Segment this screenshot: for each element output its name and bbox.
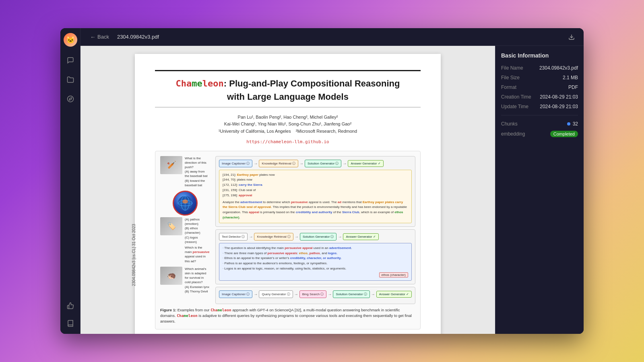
file-title: 2304.09842v3.pdf <box>117 34 159 40</box>
filename-value: 2304.09842v3.pdf <box>539 65 578 71</box>
content-area: 2304.09842v3 [cs.CL] 31 Oct 2023 Chamele… <box>80 46 584 334</box>
pipeline-row-2: Text Detector ⓘ → Knowledge Retrieval ⓘ … <box>215 229 415 284</box>
update-label: Update Time <box>501 104 528 109</box>
back-arrow-icon: ← <box>90 34 96 40</box>
format-value: PDF <box>568 84 578 90</box>
app-window: 🐱 <box>60 28 584 334</box>
qa-content-3: Which animal's skin is adapted for survi… <box>185 267 210 294</box>
creation-value: 2024-08-29 21:03 <box>540 94 578 100</box>
figure-area: 🏏 What is the direction of this push? (A… <box>155 151 421 330</box>
pipeline-row-3: Image Captioner ⓘ → Query Generator ⓘ → … <box>215 287 415 304</box>
qa-examples: 🏏 What is the direction of this push? (A… <box>160 156 210 304</box>
pipeline-row-1: Image Captioner ⓘ → Knowledge Retrieval … <box>215 156 415 227</box>
node-image-captioner-3: Image Captioner ⓘ <box>219 290 252 298</box>
chunks-number: 32 <box>573 121 578 127</box>
pipeline-nodes-row3: Image Captioner ⓘ → Query Generator ⓘ → … <box>219 290 412 298</box>
node-solution-generator-3: Solution Generator ⓘ <box>333 290 369 298</box>
node-answer-generator-3: Answer Generator ✓ <box>376 291 412 298</box>
arxiv-side-text: 2304.09842v3 [cs.CL] 31 Oct 2023 <box>132 224 136 286</box>
node-answer-generator-2: Answer Generator ✓ <box>343 233 378 240</box>
download-button[interactable] <box>566 31 577 43</box>
pdf-viewer[interactable]: 2304.09842v3 [cs.CL] 31 Oct 2023 Chamele… <box>80 46 495 334</box>
topbar: ← Back 2304.09842v3.pdf <box>80 28 584 46</box>
back-button[interactable]: ← Back <box>87 32 112 42</box>
node-answer-generator-1: Answer Generator ✓ <box>348 160 383 167</box>
pipeline-nodes-row1: Image Captioner ⓘ → Knowledge Retrieval … <box>219 160 412 167</box>
chunks-value-container: 32 <box>567 121 578 127</box>
node-query-generator: Query Generator ⓘ <box>259 290 293 298</box>
info-panel: Basic Information File Name 2304.09842v3… <box>495 46 584 334</box>
detail-section-1: [194, 21]: Earthsy paper plates now [244… <box>219 170 412 223</box>
node-knowledge-retrieval-1: Knowledge Retrieval ⓘ <box>259 160 298 167</box>
info-row-update: Update Time 2024-08-29 21:03 <box>501 104 578 109</box>
sidebar-icon-compass[interactable] <box>65 93 76 105</box>
svg-marker-1 <box>69 98 71 100</box>
svg-point-0 <box>67 96 73 102</box>
detail-section-2: · The question is about identifying the … <box>219 243 412 281</box>
pipeline-diagrams: Image Captioner ⓘ → Knowledge Retrieval … <box>215 156 415 304</box>
sidebar-icon-chat[interactable] <box>65 55 76 66</box>
title-cha: Cha <box>176 78 192 88</box>
qa-content-2: (A) pathos (emotion) (B) ethos (characte… <box>185 217 210 263</box>
node-solution-generator-1: Solution Generator ⓘ <box>305 160 341 167</box>
qa-thumb-3: 🦔 <box>160 267 182 285</box>
chunks-row: Chunks 32 <box>501 121 578 127</box>
info-row-creation: Creation Time 2024-08-29 21:03 <box>501 94 578 100</box>
back-label: Back <box>97 34 109 40</box>
paper-url[interactable]: https://chameleon-llm.github.io <box>155 139 421 144</box>
format-label: Format <box>501 84 516 90</box>
title-rule-bottom <box>155 107 421 107</box>
title-rule-top <box>155 70 421 71</box>
svg-point-8 <box>182 200 188 204</box>
chameleon-globe <box>173 191 198 216</box>
chunks-dot-icon <box>567 122 570 125</box>
chunks-label: Chunks <box>501 121 518 127</box>
qa-thumb-2: 🏷️ <box>160 217 182 235</box>
info-divider <box>501 115 578 115</box>
authors: Pan Lu¹, Baolin Peng², Hao Cheng², Miche… <box>155 114 421 135</box>
paper-subtitle: with Large Language Models <box>155 92 421 102</box>
sidebar-icon-feedback[interactable] <box>65 300 76 311</box>
main-content: ← Back 2304.09842v3.pdf 2304.09842v3 [cs… <box>80 28 584 334</box>
qa-block-1: 🏏 What is the direction of this push? (A… <box>160 156 210 187</box>
sidebar: 🐱 <box>60 28 80 334</box>
qa-block-3: 🦔 Which animal's skin is adapted for sur… <box>160 267 210 294</box>
filesize-value: 2.1 MB <box>563 75 578 80</box>
figure-caption: Figure 1: Examples from our Chameleon ap… <box>160 307 415 325</box>
embedding-row: embedding Completed <box>501 131 578 137</box>
avatar[interactable]: 🐱 <box>64 33 77 47</box>
info-row-filesize: File Size 2.1 MB <box>501 75 578 80</box>
paper-title: Chameleon: Plug-and-Play Compositional R… <box>155 78 421 90</box>
info-row-format: Format PDF <box>501 84 578 90</box>
embedding-label: embedding <box>501 131 525 137</box>
node-knowledge-retrieval-2: Knowledge Retrieval ⓘ <box>254 233 293 241</box>
node-image-captioner-1: Image Captioner ⓘ <box>219 160 252 167</box>
qa-thumb-1: 🏏 <box>160 156 182 174</box>
embedding-status-badge: Completed <box>550 131 578 137</box>
sidebar-icon-files[interactable] <box>65 74 76 85</box>
update-value: 2024-08-29 21:03 <box>540 104 578 109</box>
node-solution-generator-2: Solution Generator ⓘ <box>300 233 336 241</box>
sidebar-icon-book[interactable] <box>65 318 76 329</box>
node-text-detector: Text Detector ⓘ <box>219 233 248 241</box>
creation-label: Creation Time <box>501 94 531 100</box>
pdf-page: 2304.09842v3 [cs.CL] 31 Oct 2023 Chamele… <box>135 54 441 334</box>
info-panel-title: Basic Information <box>501 52 578 59</box>
title-rest: : Plug-and-Play Compositional Reasoning <box>224 78 400 88</box>
title-leon: leon <box>202 78 224 88</box>
pipeline-nodes-row2: Text Detector ⓘ → Knowledge Retrieval ⓘ … <box>219 233 412 241</box>
title-me: me <box>192 78 202 88</box>
filesize-label: File Size <box>501 75 520 80</box>
node-bing-search: Bing Search ⓘ <box>299 290 327 298</box>
qa-content-1: What is the direction of this push? (A) … <box>185 156 210 187</box>
info-row-filename: File Name 2304.09842v3.pdf <box>501 65 578 71</box>
filename-label: File Name <box>501 65 523 71</box>
qa-block-2: 🏷️ (A) pathos (emotion) (B) ethos (chara… <box>160 217 210 263</box>
